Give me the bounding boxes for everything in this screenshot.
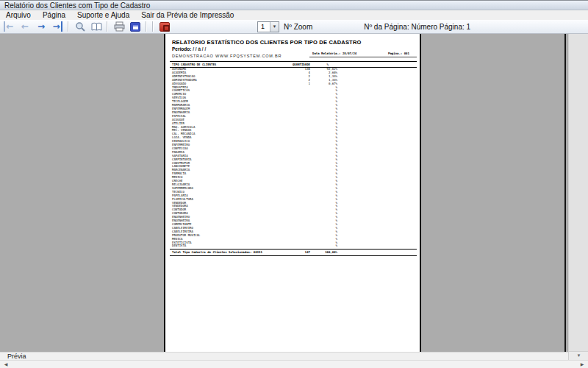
menu-sair-da-previa[interactable]: Sair da Prévia de Impressão — [135, 10, 240, 20]
two-page-view-button[interactable] — [89, 21, 104, 32]
divider — [170, 61, 417, 62]
report-page: RELATORIO ESTATÍSTICO DOS CLIENTES POR T… — [164, 34, 421, 352]
window-titlebar: Relatório dos Clientes com Tipo de Cadas… — [0, 0, 588, 10]
page-number-label: Nº da Página: Número Página: 1 — [364, 23, 470, 31]
application-window: Relatório dos Clientes com Tipo de Cadas… — [0, 0, 588, 368]
close-preview-icon — [159, 22, 170, 32]
toolbar-separator — [146, 21, 146, 32]
zoom-label: Nº Zoom — [284, 23, 312, 31]
print-button[interactable] — [112, 21, 126, 32]
zoom-button[interactable] — [73, 21, 87, 32]
report-date: Data Relatório.: 28/07/24 — [312, 52, 356, 55]
first-page-icon: ← — [4, 21, 13, 32]
menu-pagina[interactable]: Página — [37, 10, 71, 20]
report-total-qty: 147 — [281, 250, 310, 254]
first-page-button[interactable]: ← — [1, 21, 16, 32]
report-total-label: Total Tipo Cadastro de Clientes Selecion… — [172, 250, 262, 254]
print-setup-icon — [130, 22, 140, 32]
zoom-select[interactable]: 1 ▼ — [257, 21, 279, 32]
status-label: Prévia — [7, 353, 26, 360]
zoom-icon — [75, 21, 85, 32]
next-page-icon: → — [37, 21, 45, 32]
column-header-pct: % — [310, 63, 329, 66]
horizontal-scrollbar[interactable]: ◀ ▶ — [0, 360, 588, 368]
report-content: RELATORIO ESTATÍSTICO DOS CLIENTES POR T… — [165, 34, 420, 352]
two-page-view-icon — [91, 22, 102, 32]
toolbar-separator — [107, 21, 107, 32]
divider — [170, 255, 417, 256]
status-bar: Prévia — [0, 352, 568, 360]
chevron-down-icon[interactable]: ▼ — [270, 22, 279, 32]
toolbar: ← ← → → — [0, 20, 588, 34]
table-row: DENTISTA% — [172, 244, 417, 248]
cell-percent: % — [310, 244, 337, 248]
preview-area[interactable]: RELATORIO ESTATÍSTICO DOS CLIENTES POR T… — [0, 34, 566, 352]
window-title: Relatório dos Clientes com Tipo de Cadas… — [4, 1, 150, 10]
report-title: RELATORIO ESTATÍSTICO DOS CLIENTES POR T… — [172, 39, 362, 46]
menu-suporte-e-ajuda[interactable]: Suporte e Ajuda — [71, 10, 135, 20]
report-total-pct: 100,00% — [310, 250, 337, 254]
divider — [170, 249, 417, 250]
last-page-button[interactable]: → — [50, 21, 65, 32]
report-table-body: AUTONOMO13892,62%ACADEMIA42,68%ADMINISTR… — [172, 68, 417, 248]
cell-tipo: DENTISTA — [172, 244, 186, 248]
next-page-button[interactable]: → — [34, 21, 49, 32]
toolbar-separator — [68, 21, 68, 32]
zoom-select-value: 1 — [261, 23, 265, 30]
print-icon — [114, 21, 125, 32]
previous-page-icon: ← — [21, 21, 29, 32]
report-period-value: / / à / / — [193, 46, 206, 52]
column-header-qty: QUANTIDADE — [281, 63, 310, 66]
menu-bar: Arquivo Página Suporte e Ajuda Sair da P… — [0, 10, 588, 20]
report-total-row: Total Tipo Cadastro de Clientes Selecion… — [172, 250, 417, 255]
toolbar-separator — [152, 21, 153, 32]
zoom-combo: 1 ▼ Nº Zoom — [257, 21, 312, 32]
last-page-icon: → — [52, 21, 62, 32]
divider — [309, 57, 417, 57]
report-period: Período: / / à / / — [172, 46, 206, 52]
print-setup-button[interactable] — [128, 21, 143, 32]
report-period-label: Período: — [172, 46, 191, 52]
report-company: DEMONSTRACAO WWW.FPQSYSTEM.COM.BR — [172, 54, 282, 58]
scroll-right-icon[interactable]: ▶ — [578, 361, 587, 368]
vertical-scrollbar[interactable]: ▼ — [568, 34, 588, 360]
scroll-down-icon[interactable]: ▼ — [569, 351, 588, 360]
report-page-number: Pagina.: 001 — [388, 52, 409, 55]
previous-page-button[interactable]: ← — [18, 21, 32, 32]
scroll-left-icon[interactable]: ◀ — [1, 361, 10, 368]
close-preview-button[interactable] — [157, 21, 172, 32]
column-header-name: TIPO CADASTRO DE CLIENTES — [172, 63, 216, 66]
menu-arquivo[interactable]: Arquivo — [0, 10, 37, 20]
